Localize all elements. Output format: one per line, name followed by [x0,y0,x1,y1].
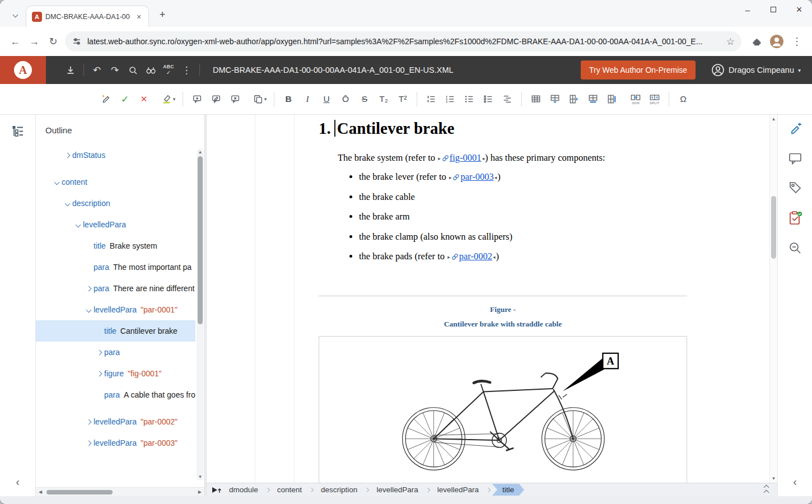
outline-horizontal-scrollbar[interactable]: ◀ ▶ [36,487,204,496]
overline-button[interactable]: Ō [336,90,355,109]
outline-node[interactable]: dmStatus [36,144,195,166]
insert-row-button[interactable] [545,90,564,109]
list-item[interactable]: the brake arm [359,211,687,222]
figure-caption[interactable]: Cantilever brake with straddle cable [319,320,687,329]
outline-panel-tab[interactable] [12,125,24,139]
chevron-right-icon[interactable] [97,371,102,376]
remove-comment-button[interactable] [226,90,245,109]
new-tab-button[interactable]: + [155,7,170,22]
browser-menu-button[interactable]: ⋮ [787,32,806,51]
list-item[interactable]: the brake lever (refer to ▸par-0003◂) [359,171,687,183]
component-list[interactable]: the brake lever (refer to ▸par-0003◂) th… [319,171,687,262]
breadcrumb-item-levelledpara[interactable]: levelledPara [371,484,423,496]
insert-column-button[interactable] [564,90,584,109]
user-menu[interactable]: Dragos Cimpeanu ▾ [711,63,801,77]
cross-reference-link[interactable]: par-0002 [459,251,492,262]
subscript-button[interactable]: T₂ [374,90,393,109]
breadcrumb-item-levelledpara-2[interactable]: levelledPara [432,484,484,496]
extensions-button[interactable] [747,32,766,51]
comments-panel-tab[interactable] [788,152,802,167]
scrollbar-thumb[interactable] [771,196,776,259]
outline-node-selected[interactable]: title Cantilever brake [36,320,195,342]
outline-node[interactable]: levelledPara "par-0001" [36,299,195,320]
more-tools-button[interactable]: ⋮ [178,61,195,79]
insert-table-button[interactable] [526,90,545,109]
back-button[interactable]: ← [6,32,25,51]
breadcrumb-item-content[interactable]: content [272,484,307,496]
section-heading[interactable]: 1.Cantilever brake [319,119,687,138]
tab-search-button[interactable] [7,4,24,25]
edit-comment-button[interactable] [207,90,226,109]
sequential-list-button[interactable] [422,90,441,109]
browser-profile-button[interactable] [768,33,785,50]
list-item[interactable]: the brake cable [359,192,687,203]
undo-button[interactable]: ↶ [88,61,106,79]
strikethrough-button[interactable]: S [355,90,374,109]
outline-node[interactable]: content [36,171,195,193]
join-cells-button[interactable]: JOIN [626,90,645,109]
collapse-breadcrumb-button[interactable] [764,486,768,494]
italic-button[interactable]: I [298,90,317,109]
outline-node[interactable]: title Brake system [36,235,195,256]
search-button[interactable] [124,61,142,79]
paste-special-button[interactable]: ▾ [250,90,269,109]
track-changes-button[interactable] [96,90,115,109]
site-info-icon[interactable] [72,36,82,46]
bold-button[interactable]: B [279,90,298,109]
spellcheck-button[interactable]: ABC ✓ [160,61,178,79]
chevron-right-icon[interactable] [86,440,92,446]
chevron-down-icon[interactable] [54,179,60,185]
outline-node[interactable]: para A cable that goes fro [36,384,195,405]
scroll-right-icon[interactable]: ▶ [198,489,202,494]
outline-node[interactable]: levelledPara "par-0003" [36,432,195,454]
review-panel-tab[interactable] [788,123,802,138]
cross-reference-link[interactable]: par-0003 [460,171,493,182]
attachments-panel-tab[interactable] [788,181,802,197]
outline-node[interactable]: figure "fig-0001" [36,363,195,384]
outline-scrollbar[interactable]: ▲ ▼ [197,148,204,480]
outline-node[interactable]: levelledPara [36,214,195,235]
add-comment-button[interactable] [188,90,207,109]
tab-close-icon[interactable]: × [134,12,144,22]
outline-node[interactable]: para [36,342,195,363]
scroll-up-icon[interactable]: ▲ [770,116,777,122]
outline-node[interactable]: para The most important pa [36,256,195,278]
outline-node[interactable]: description [36,193,195,214]
breadcrumb-item-description[interactable]: description [315,484,363,496]
scrollbar-thumb[interactable] [46,490,113,494]
chevron-right-icon[interactable] [65,152,71,158]
address-bar[interactable]: latest.web-author.sync.ro/oxygen-xml-web… [65,31,741,52]
find-replace-button[interactable] [142,61,160,79]
url-text[interactable]: latest.web-author.sync.ro/oxygen-xml-web… [87,37,722,46]
breadcrumb-item-title-selected[interactable]: title [492,484,524,496]
outline-node[interactable]: levelledPara "par-0002" [36,411,195,432]
reject-change-button[interactable]: ✕ [134,90,153,109]
try-on-premise-button[interactable]: Try Web Author On-Premise [581,60,696,80]
chevron-right-icon[interactable] [86,419,92,424]
special-characters-button[interactable]: Ω [674,90,693,109]
minimize-button[interactable]: – [735,0,760,19]
list-item[interactable]: the brake pads (refer to ▸par-0002◂) [359,251,687,262]
chevron-down-icon[interactable] [86,307,92,312]
redo-button[interactable]: ↷ [106,61,124,79]
ordered-list-button[interactable] [441,90,460,109]
bookmark-star-icon[interactable]: ☆ [726,36,735,48]
chevron-right-icon[interactable] [97,349,102,355]
forward-button[interactable]: → [25,32,44,51]
outline-node[interactable]: para There are nine different [36,278,195,299]
accept-change-button[interactable]: ✓ [115,90,134,109]
editor-scrollbar[interactable]: ▲ ▼ [769,115,777,483]
scrollbar-thumb[interactable] [198,156,203,324]
heading-text[interactable]: Cantilever brake [337,119,455,137]
cross-reference-link[interactable]: fig-0001 [450,152,482,163]
list-item[interactable]: the brake clamp (also known as callipers… [359,231,687,242]
document-viewport[interactable]: 1.Cantilever brake The brake system (ref… [207,115,769,483]
chevron-down-icon[interactable] [76,222,81,227]
figure-frame[interactable]: A [319,336,687,483]
delete-column-button[interactable] [603,90,622,109]
browser-tab[interactable]: A DMC-BRAKE-AAA-DA1-00-00-0 × [26,6,149,27]
intro-paragraph[interactable]: The brake system (refer to ▸fig-0001◂) h… [338,152,687,164]
scroll-up-icon[interactable]: ▲ [197,150,204,155]
maximize-button[interactable] [760,0,786,19]
scroll-down-icon[interactable]: ▼ [770,476,777,481]
